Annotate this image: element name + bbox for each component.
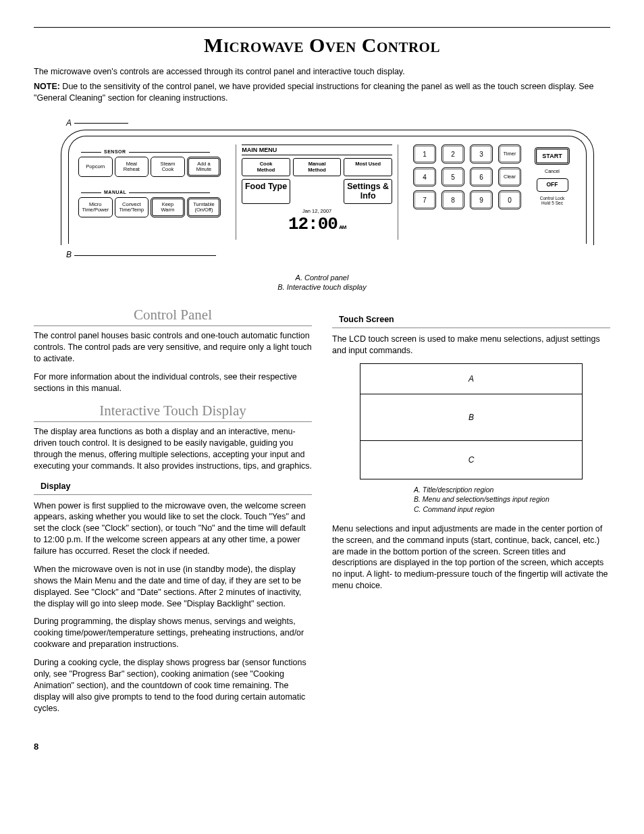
time-ampm: AM: [339, 224, 346, 230]
most-used-button[interactable]: Most Used: [344, 158, 392, 176]
meal-reheat-button[interactable]: Meal Reheat: [115, 157, 149, 178]
touch-region-b: B: [360, 394, 582, 440]
callout-b: B: [66, 249, 610, 260]
control-panel-heading: Control Panel: [34, 305, 312, 326]
disp-p2: When the microwave oven is not in use (i…: [34, 564, 312, 610]
manual-row: Micro Time/Power Convect Time/Temp Keep …: [78, 197, 221, 218]
key-timer[interactable]: Timer: [498, 145, 521, 163]
touch-p1: The LCD touch screen is used to make men…: [332, 334, 610, 357]
main-menu-title: MAIN MENU: [242, 145, 392, 155]
key-2[interactable]: 2: [441, 145, 464, 163]
key-5[interactable]: 5: [441, 167, 464, 186]
key-8[interactable]: 8: [441, 190, 464, 209]
page-title: Microwave Oven Control: [34, 32, 610, 59]
panel-inner: SENSOR Popcorn Meal Reheat Steam Cook Ad…: [68, 136, 587, 244]
touch-region-a: A: [360, 364, 582, 394]
start-column: START Cancel OFF Control Lock Hold 5 Sec: [528, 145, 576, 240]
caption-b: B. Interactive touch display: [34, 282, 610, 292]
keep-warm-button[interactable]: Keep Warm: [151, 197, 185, 218]
callout-a: A: [66, 118, 610, 128]
touch-screen-figure: A B C A. Title/description region B. Men…: [360, 363, 583, 514]
intro-note: NOTE: Due to the sensitivity of the cont…: [34, 81, 610, 104]
lcd-display[interactable]: MAIN MENU Cook Method Manual Method Most…: [236, 145, 398, 240]
display-subheading: Display: [34, 479, 312, 495]
key-7[interactable]: 7: [413, 190, 436, 209]
caption-a: A. Control panel: [34, 273, 610, 282]
off-button[interactable]: OFF: [537, 178, 568, 191]
micro-button[interactable]: Micro Time/Power: [78, 197, 113, 218]
turntable-button[interactable]: Turntable (On/Off): [187, 197, 221, 218]
itd-p1: The display area functions as both a dis…: [34, 426, 312, 472]
manual-method-button[interactable]: Manual Method: [293, 158, 342, 176]
menu-grid-1: Cook Method Manual Method Most Used: [242, 158, 392, 176]
intro-block: The microwave oven's controls are access…: [34, 66, 610, 105]
intro-p1: The microwave oven's controls are access…: [34, 66, 610, 78]
food-type-button[interactable]: Food Type: [242, 179, 290, 205]
touch-cap-a: A. Title/description region: [414, 485, 583, 494]
menu-grid-2: Food Type Settings & Info: [242, 179, 392, 205]
touch-screen-subheading: Touch Screen: [332, 312, 610, 328]
manual-group-label: MANUAL: [104, 189, 221, 195]
settings-info-button[interactable]: Settings & Info: [344, 179, 392, 205]
touch-box: A B C: [360, 363, 583, 480]
cancel-label: Cancel: [545, 169, 560, 174]
touch-cap-c: C. Command input region: [414, 504, 583, 514]
disp-p3: During programming, the display shows me…: [34, 616, 312, 650]
key-0[interactable]: 0: [498, 190, 521, 209]
key-9[interactable]: 9: [470, 190, 493, 209]
sensor-row: Popcorn Meal Reheat Steam Cook Add a Min…: [78, 157, 221, 178]
disp-p4: During a cooking cycle, the display show…: [34, 657, 312, 714]
key-4[interactable]: 4: [413, 167, 436, 186]
sensor-group-label: SENSOR: [104, 149, 221, 155]
touch-region-c: C: [360, 440, 582, 479]
page-number: 8: [34, 741, 610, 753]
time-value: 12:00: [288, 214, 338, 234]
itd-heading: Interactive Touch Display: [34, 401, 312, 422]
steam-cook-button[interactable]: Steam Cook: [151, 157, 185, 178]
right-column: Touch Screen The LCD touch screen is use…: [332, 305, 610, 721]
popcorn-button[interactable]: Popcorn: [78, 157, 113, 178]
panel-outer: SENSOR Popcorn Meal Reheat Steam Cook Ad…: [61, 130, 594, 245]
touch-caption: A. Title/description region B. Menu and …: [414, 485, 583, 514]
two-column-layout: Control Panel The control panel houses b…: [34, 305, 610, 721]
figure-caption: A. Control panel B. Interactive touch di…: [34, 273, 610, 292]
cp-p1: The control panel houses basic controls …: [34, 330, 312, 365]
start-button[interactable]: START: [535, 147, 569, 165]
touch-p2: Menu selections and input adjustments ar…: [332, 523, 610, 592]
top-rule: [34, 27, 610, 28]
key-1[interactable]: 1: [413, 145, 436, 163]
cook-method-button[interactable]: Cook Method: [242, 158, 290, 176]
key-3[interactable]: 3: [470, 145, 493, 163]
keypad-area: 1 2 3 Timer 4 5 6 Clear 7 8 9 0 START Ca…: [413, 145, 576, 240]
touch-cap-b: B. Menu and selection/settings input reg…: [414, 494, 583, 504]
disp-p1: When power is first supplied to the micr…: [34, 500, 312, 557]
add-minute-button[interactable]: Add a Minute: [187, 157, 221, 178]
key-6[interactable]: 6: [470, 167, 493, 186]
sensor-column: SENSOR Popcorn Meal Reheat Steam Cook Ad…: [78, 145, 221, 240]
note-text: Due to the sensitivity of the control pa…: [34, 82, 593, 103]
convect-button[interactable]: Convect Time/Temp: [115, 197, 149, 218]
note-label: NOTE:: [34, 82, 60, 91]
control-lock-label: Control Lock Hold 5 Sec: [540, 196, 565, 205]
control-panel-figure: A SENSOR Popcorn Meal Reheat Steam Cook …: [61, 118, 610, 260]
cp-p2: For more information about the individua…: [34, 371, 312, 394]
display-time: 12:00AM: [242, 215, 392, 233]
key-clear[interactable]: Clear: [498, 167, 521, 186]
keypad-grid: 1 2 3 Timer 4 5 6 Clear 7 8 9 0: [413, 145, 521, 240]
left-column: Control Panel The control panel houses b…: [34, 305, 312, 721]
